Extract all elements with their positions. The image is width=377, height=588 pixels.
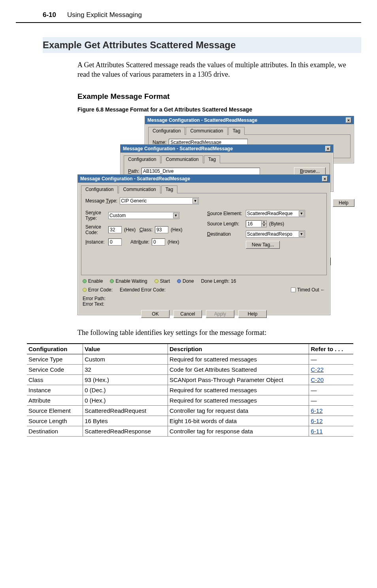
cell-value: ScatteredReadRequest — [83, 405, 168, 416]
chapter-title: Using Explicit Messaging — [67, 11, 142, 19]
new-tag-button[interactable]: New Tag... — [246, 241, 280, 249]
refer-link[interactable]: 6-11 — [311, 428, 322, 435]
close-icon[interactable]: × — [322, 176, 328, 182]
bytes-label: (Bytes) — [269, 221, 284, 227]
status-start: Start — [155, 278, 170, 284]
error-text-label: Error Text: — [83, 301, 325, 307]
dialog-title: Message Configuration - ScatteredReadMes… — [121, 145, 333, 153]
tab-row: Configuration Communication Tag — [124, 155, 330, 163]
table-row: DestinationScatteredReadResponseControll… — [27, 426, 353, 436]
timed-out-check[interactable]: Timed Out ← — [291, 287, 325, 293]
dialog-screenshot: Message Configuration - ScatteredReadMes… — [77, 116, 354, 318]
help-button[interactable]: Help — [333, 199, 354, 207]
tab-configuration[interactable]: Configuration — [81, 185, 118, 193]
class-input[interactable] — [155, 226, 168, 233]
tab-communication[interactable]: Communication — [119, 185, 160, 193]
section-title-bar: Example Get Attributes Scattered Message — [43, 37, 361, 53]
message-type-select[interactable]: CIP Generic ▼ — [120, 197, 199, 204]
cell-description: Required for scattered messages — [168, 395, 309, 405]
refer-link[interactable]: C-22 — [311, 366, 324, 373]
page-number: 6-10 — [43, 11, 56, 19]
cell-configuration: Attribute — [27, 395, 83, 405]
cell-refer[interactable]: 6-12 — [309, 405, 353, 416]
cell-configuration: Destination — [27, 426, 83, 436]
status-enable-waiting: Enable Waiting — [110, 278, 147, 284]
chevron-down-icon: ▼ — [299, 211, 304, 216]
status-enable: Enable — [83, 278, 103, 284]
dialog-title-text: Message Configuration - ScatteredReadMes… — [123, 146, 233, 151]
service-code-label: ServiceCode: — [85, 224, 106, 235]
cell-refer[interactable]: C-20 — [309, 374, 353, 385]
dialog-title: Message Configuration - ScatteredReadMes… — [78, 175, 330, 183]
sub-heading: Example Message Format — [77, 92, 377, 101]
help-peek-1: Help — [333, 199, 354, 207]
path-input[interactable] — [141, 168, 260, 175]
cell-refer[interactable]: 6-11 — [309, 426, 353, 436]
source-element-select[interactable]: ScatteredReadReque ▼ — [246, 210, 305, 217]
tab-tag[interactable]: Tag — [228, 127, 245, 135]
cell-refer: — — [309, 385, 353, 395]
chevron-down-icon: ▼ — [173, 213, 179, 218]
section-title: Example Get Attributes Scattered Message — [43, 40, 361, 51]
spinner-icon[interactable]: ▲▼ — [261, 220, 267, 227]
tab-communication[interactable]: Communication — [161, 155, 203, 163]
done-length: Done Length: 16 — [201, 278, 236, 284]
destination-label: Destination — [207, 231, 243, 237]
tab-tag[interactable]: Tag — [204, 155, 220, 163]
ok-button[interactable]: OK — [141, 310, 170, 318]
status-done: Done — [177, 278, 194, 284]
service-code-input[interactable] — [108, 226, 122, 233]
service-type-select[interactable]: Custom ▼ — [108, 212, 179, 219]
close-icon[interactable]: × — [325, 146, 331, 151]
col-value: Value — [83, 344, 168, 354]
cell-configuration: Instance — [27, 385, 83, 395]
col-configuration: Configuration — [27, 344, 83, 354]
cell-description: SCANport Pass-Through Parameter Object — [168, 374, 309, 385]
source-element-label: Source Element: — [207, 211, 243, 216]
table-row: Service TypeCustomRequired for scattered… — [27, 354, 353, 364]
refer-link[interactable]: C-20 — [311, 376, 324, 383]
message-type-label: Message Type: — [85, 198, 117, 204]
tab-configuration[interactable]: Configuration — [148, 127, 185, 135]
tab-row: Configuration Communication Tag — [81, 185, 327, 193]
tab-tag[interactable]: Tag — [161, 185, 177, 193]
cell-description: Required for scattered messages — [168, 385, 309, 395]
instance-input[interactable] — [108, 238, 122, 246]
chevron-down-icon: ▼ — [299, 231, 304, 237]
help-button[interactable]: Help — [238, 310, 267, 318]
tab-row: Configuration Communication Tag — [148, 127, 351, 134]
col-description: Description — [168, 344, 309, 354]
cell-refer[interactable]: 6-12 — [309, 416, 353, 426]
cell-value: ScatteredReadResponse — [83, 426, 168, 436]
cell-configuration: Class — [27, 374, 83, 385]
status-dot-icon — [110, 279, 114, 283]
cell-refer: — — [309, 395, 353, 405]
table-row: Class93 (Hex.)SCANport Pass-Through Para… — [27, 374, 353, 385]
close-icon[interactable]: × — [346, 117, 351, 123]
table-row: Service Code32Code for Get Attributes Sc… — [27, 364, 353, 374]
source-length-input[interactable] — [246, 220, 262, 227]
figure-caption: Figure 6.8 Message Format for a Get Attr… — [77, 106, 377, 113]
refer-link[interactable]: 6-12 — [311, 407, 322, 414]
cell-refer: — — [309, 354, 353, 364]
hex-label: (Hex) — [171, 227, 182, 233]
attribute-input[interactable] — [152, 238, 165, 246]
chevron-down-icon: ▼ — [192, 198, 198, 204]
cell-value: 16 Bytes — [83, 416, 168, 426]
cell-description: Controller tag for request data — [168, 405, 309, 416]
browse-button[interactable]: Browse... — [294, 167, 326, 175]
checkbox-icon — [291, 287, 296, 292]
apply-button[interactable]: Apply — [206, 310, 234, 318]
destination-select[interactable]: ScatteredReadRespo ▼ — [246, 231, 305, 238]
dialog-title-text: Message Configuration - ScatteredReadMes… — [147, 117, 257, 123]
page-header: 6-10 Using Explicit Messaging — [16, 0, 361, 23]
table-row: Source Length16 BytesEight 16-bit words … — [27, 416, 353, 426]
cancel-button[interactable]: Cancel — [173, 310, 202, 318]
tab-configuration[interactable]: Configuration — [124, 155, 160, 163]
refer-link[interactable]: 6-12 — [311, 418, 322, 424]
cell-value: 93 (Hex.) — [83, 374, 168, 385]
dialog-title: Message Configuration - ScatteredReadMes… — [145, 116, 354, 124]
tab-communication[interactable]: Communication — [186, 127, 227, 135]
cell-refer[interactable]: C-22 — [309, 364, 353, 374]
hex-label: (Hex) — [168, 239, 179, 245]
